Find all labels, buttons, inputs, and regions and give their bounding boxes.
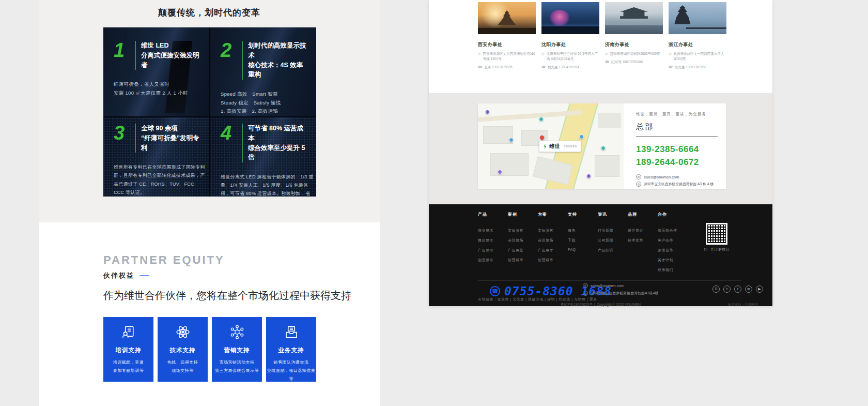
location-icon: ◎ — [605, 51, 608, 56]
location-icon: ◎ — [478, 51, 481, 62]
office-phone: 陈先生 13857387992 — [675, 65, 706, 70]
footer-link[interactable]: 联系我们 — [658, 267, 695, 273]
footer-link[interactable]: 商业显示 — [478, 228, 508, 233]
map-block — [595, 155, 619, 177]
hq-contact-info: 维世，至简、至真、至诚，为您服务 总部 139-2385-6664 189-26… — [624, 103, 718, 189]
footer-link[interactable]: 创意显示 — [478, 258, 508, 263]
office-address: 沈阳市和平区三好街 54-3号同方广场 A座24层05单元 — [547, 51, 599, 62]
site-footer: 产品 商业显示 舞台显示 广告显示 创意显示 案例 文旅演艺 会议现场 广告展览… — [429, 204, 772, 306]
map-poi-marker — [498, 170, 502, 174]
footer-link[interactable]: 渠道合作 — [658, 248, 695, 253]
footer-link[interactable]: 广告展览 — [508, 248, 538, 253]
footer-link[interactable]: 客户合作 — [658, 238, 695, 243]
map-block — [598, 113, 621, 128]
office-photo-zhejiang[interactable] — [669, 2, 726, 34]
office-phone: 纪经理 18673790380 — [611, 59, 643, 65]
footer-link[interactable]: 舞台显示 — [478, 238, 508, 243]
onumen-map-logo: 维世 ONUMEN — [539, 141, 581, 152]
map-poi-marker — [509, 138, 514, 142]
footer-link[interactable]: 广告显示 — [478, 248, 508, 253]
card-title: 培训支持 — [103, 347, 153, 354]
card-title: 业务支持 — [266, 347, 316, 354]
hq-phone-2[interactable]: 189-2644-0672 — [636, 156, 718, 169]
hq-label: 总部 — [636, 122, 718, 132]
footer-link[interactable]: FAQ — [568, 248, 598, 251]
friend-links[interactable]: 友情链接：雷迪奥 | 艾比森 | 联建光电 | 洲明 | 利亚德 | 光明网 |… — [478, 297, 597, 302]
feature-heading: 全球 90 余项 “纤薄可折叠”发明专利 — [135, 124, 202, 153]
feature-body: 纤薄可折叠，省人又省时 安装 100 ㎡大屏仅需 2 人 1 小时 — [114, 80, 202, 97]
office-address: 济南市历城区花园路2665号505室 — [610, 51, 660, 56]
location-icon: ◎ — [541, 51, 545, 62]
footer-col-support: 支持 服务 下载 FAQ — [568, 212, 598, 277]
hq-phone-1[interactable]: 139-2385-6664 — [636, 143, 718, 156]
footer-link[interactable]: 智慧城市 — [508, 258, 538, 263]
bolt-icon — [543, 144, 547, 149]
footer-link[interactable]: 供应商合作 — [658, 228, 695, 233]
marketing-network-icon — [229, 333, 245, 341]
office-card-xian: 西安办事处 ◎西安市高新区丈八西路绿地世纪城6号楼 1301号 ☎老康 1392… — [478, 2, 536, 70]
hq-address: 深圳市宝安区西乡航空路西湾智园 A3 栋 4 楼 — [644, 182, 714, 187]
location-icon: ◎ — [636, 182, 641, 187]
business-inbox-icon — [284, 333, 299, 341]
footer-email[interactable]: sales@onumen.com — [591, 284, 624, 288]
copyright: 粤ICP备18009625号-1 Copyright © 2020 ONUMEN — [429, 302, 772, 307]
footer-link[interactable]: 公司新闻 — [598, 238, 628, 243]
footer-link[interactable]: 会议现场 — [538, 238, 568, 243]
support-card-training: 培训支持 培训赋能，受邀 参加专题培训等 — [103, 317, 153, 382]
linkedin-icon[interactable]: in — [745, 285, 752, 293]
footer-col-solutions: 方案 文旅演艺 会议现场 广告展厅 智慧城市 — [538, 212, 568, 277]
office-photo-xian[interactable] — [478, 2, 536, 34]
map-graphic[interactable]: 维世 ONUMEN — [478, 103, 624, 189]
office-photo-shenyang[interactable] — [541, 2, 599, 34]
youtube-icon[interactable]: ▶ — [756, 285, 763, 293]
footer-link[interactable]: 下载 — [568, 238, 598, 243]
map-poi-marker — [579, 134, 584, 139]
hero-title: 颠覆传统，划时代的变革 — [39, 0, 380, 19]
footer-link[interactable]: 广告展厅 — [538, 248, 568, 253]
facebook-icon[interactable]: f — [734, 285, 741, 293]
footer-link[interactable]: 英才计划 — [658, 258, 695, 263]
feature-number: 4 — [221, 124, 237, 142]
card-detail: 销售团队沟通交流 业绩激励，项目选择优先等 — [266, 358, 316, 383]
card-detail: 热线、远程支持 现场支持等 — [158, 358, 208, 375]
footer-col-cases: 案例 文旅演艺 会议现场 广告展览 智慧城市 — [508, 212, 538, 277]
footer-link[interactable]: 文旅演艺 — [508, 228, 538, 233]
offices-section: 西安办事处 ◎西安市高新区丈八西路绿地世纪城6号楼 1301号 ☎老康 1392… — [429, 0, 772, 93]
training-icon — [121, 333, 136, 341]
title-dash — [140, 275, 149, 276]
footer-link[interactable]: 会议现场 — [508, 238, 538, 243]
feature-heading: 划时代的高效显示技术 核心技术：4S 效率重构 — [242, 41, 309, 80]
office-title: 浙江办事处 — [669, 41, 726, 48]
feature-quadrant-3: 3 全球 90 余项 “纤薄可折叠”发明专利 维世所有专利已在全球范围形成了国际… — [103, 117, 209, 197]
footer-link[interactable]: 行业新闻 — [598, 228, 628, 233]
qr-block: 扫一扫了解我们 — [703, 223, 730, 252]
phone-icon: ☎ — [541, 65, 546, 70]
footer-link[interactable]: 产品知识 — [598, 248, 628, 253]
page-left: 颠覆传统，划时代的变革 1 维世 LED 分离式便捷安装发明者 纤薄可折叠，省人… — [39, 0, 380, 406]
support-cards: 培训支持 培训赋能，受邀 参加专题培训等 技术支持 热线、远程支持 现场支持等 — [103, 317, 316, 382]
support-card-tech: 技术支持 热线、远程支持 现场支持等 — [158, 317, 208, 382]
feature-quadrant-1: 1 维世 LED 分离式便捷安装发明者 纤薄可折叠，省人又省时 安装 100 ㎡… — [103, 27, 209, 116]
skype-icon[interactable]: S — [712, 285, 720, 293]
card-title: 技术支持 — [158, 347, 208, 354]
footer-link[interactable]: 技术优势 — [628, 238, 658, 243]
office-title: 沈阳办事处 — [541, 41, 599, 48]
footer-link[interactable]: 文旅演艺 — [538, 228, 568, 233]
office-photo-jinan[interactable] — [605, 2, 663, 34]
footer-link[interactable]: 智慧城市 — [538, 258, 568, 263]
feature-panel: 1 维世 LED 分离式便捷安装发明者 纤薄可折叠，省人又省时 安装 100 ㎡… — [103, 27, 316, 197]
feature-heading: 可节省 80% 运营成本 综合效率至少提升 5 倍 — [242, 124, 309, 162]
twitter-icon[interactable]: t — [723, 285, 731, 293]
footer-link[interactable]: 维世简介 — [628, 228, 658, 233]
footer-col-products: 产品 商业显示 舞台显示 广告显示 创意显示 — [478, 212, 508, 277]
slogan: 维世，至简、至真、至诚，为您服务 — [636, 112, 718, 117]
footer-link[interactable]: 服务 — [568, 228, 598, 233]
card-detail: 培训赋能，受邀 参加专题培训等 — [103, 358, 153, 375]
office-phone: 魏先生 13904157014 — [548, 65, 579, 70]
map-poi-marker — [601, 146, 606, 151]
tech-support-credit: 技术支持：牛商网络 — [728, 303, 758, 307]
map-poi-marker — [586, 174, 591, 178]
footer-col-news: 资讯 行业新闻 公司新闻 产品知识 — [598, 212, 628, 277]
hq-email[interactable]: sales@onumen.com — [644, 175, 679, 179]
map-poi-marker — [539, 117, 544, 122]
